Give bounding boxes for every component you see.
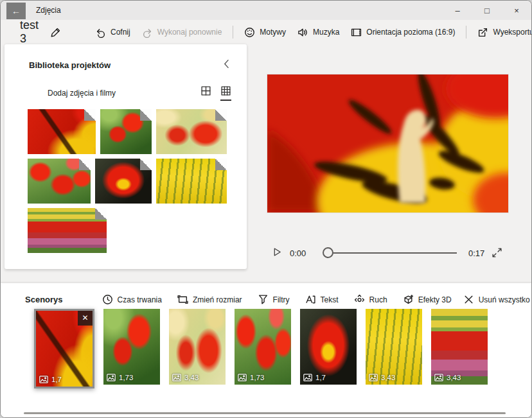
export-icon bbox=[477, 27, 488, 38]
clip-2[interactable]: 1,73 bbox=[103, 309, 160, 385]
resize-label: Zmień rozmiar bbox=[193, 295, 242, 304]
remove-all-label: Usuń wszystko bbox=[479, 295, 530, 304]
clip-duration: 3,43 bbox=[381, 374, 395, 381]
storyboard-header: Scenorys Czas trwania Zmień rozmiar Filt… bbox=[1, 283, 532, 308]
close-icon: × bbox=[514, 6, 519, 15]
library-header: Biblioteka projektów bbox=[4, 44, 247, 73]
filters-button[interactable]: Filtry bbox=[252, 291, 296, 308]
effects-3d-button[interactable]: Efekty 3D bbox=[397, 291, 457, 308]
pencil-icon bbox=[50, 27, 61, 38]
library-thumbnail-red-tulips-bokeh[interactable] bbox=[156, 109, 227, 154]
library-thumbnail-red-tulip-dark[interactable] bbox=[95, 159, 152, 204]
motion-button[interactable]: Ruch bbox=[348, 291, 393, 308]
library-thumbnail-red-tulip-cluster[interactable] bbox=[28, 159, 91, 204]
seek-thumb[interactable] bbox=[323, 247, 333, 258]
photo-icon bbox=[107, 374, 116, 381]
maximize-icon: □ bbox=[484, 6, 490, 15]
seek-bar[interactable] bbox=[324, 252, 457, 254]
library-thumbnail-yellow-field[interactable] bbox=[156, 159, 227, 204]
clip-3[interactable]: 3,43 bbox=[169, 309, 226, 385]
folded-corner-icon bbox=[215, 109, 227, 121]
effects-3d-label: Efekty 3D bbox=[418, 295, 452, 304]
toolbar: test 3 Cofnij Wykonaj ponownie Motywy Mu… bbox=[1, 20, 531, 44]
clip-5[interactable]: 1,7 bbox=[300, 309, 357, 385]
folded-corner-icon bbox=[140, 159, 152, 170]
large-grid-view-button[interactable] bbox=[200, 85, 211, 100]
play-icon bbox=[272, 247, 282, 257]
themes-button[interactable]: Motywy bbox=[238, 24, 292, 41]
photo-icon bbox=[303, 374, 312, 381]
fullscreen-button[interactable] bbox=[492, 247, 502, 260]
storyboard-title: Scenorys bbox=[25, 295, 63, 304]
text-icon bbox=[305, 294, 316, 305]
app-title: Zdjęcia bbox=[36, 6, 61, 15]
grid-large-icon bbox=[200, 85, 211, 96]
library-add-row: Dodaj zdjęcia i filmy bbox=[4, 73, 247, 100]
export-share-button[interactable]: Wyeksportuj lub udostępnij bbox=[472, 24, 532, 41]
clip-6[interactable]: 3,43 bbox=[366, 309, 422, 385]
small-grid-view-button[interactable] bbox=[220, 85, 231, 100]
minimize-button[interactable]: – bbox=[443, 1, 472, 20]
close-button[interactable]: × bbox=[502, 1, 531, 20]
play-button[interactable] bbox=[272, 247, 282, 259]
motion-icon bbox=[354, 294, 365, 305]
filter-icon bbox=[258, 294, 269, 305]
photos-app-window: ← Zdjęcia – □ × test 3 Cofnij Wykonaj po… bbox=[0, 0, 532, 418]
window-controls: – □ × bbox=[443, 1, 531, 20]
music-button[interactable]: Muzyka bbox=[292, 24, 345, 41]
duration-label: Czas trwania bbox=[118, 295, 162, 304]
toolbar-separator bbox=[233, 26, 233, 39]
clip-duration: 3,43 bbox=[447, 374, 461, 381]
library-thumbnail-multicolor-field[interactable] bbox=[28, 208, 107, 253]
clip-7[interactable]: 3,43 bbox=[431, 309, 488, 385]
library-title: Biblioteka projektów bbox=[29, 60, 111, 70]
orientation-label: Orientacja pozioma (16:9) bbox=[366, 28, 455, 37]
resize-button[interactable]: Zmień rozmiar bbox=[172, 291, 248, 308]
clip-duration: 3,43 bbox=[184, 374, 199, 381]
remove-clip-button[interactable]: ✕ bbox=[78, 311, 93, 326]
undo-button[interactable]: Cofnij bbox=[89, 24, 136, 41]
clip-duration-badge: 3,43 bbox=[369, 374, 395, 381]
clip-duration: 1,7 bbox=[51, 376, 62, 383]
resize-icon bbox=[177, 294, 188, 305]
clip-4[interactable]: 1,73 bbox=[235, 309, 291, 385]
horizontal-scrollbar[interactable] bbox=[24, 412, 506, 414]
back-button[interactable]: ← bbox=[6, 3, 26, 19]
close-icon: ✕ bbox=[82, 313, 88, 322]
rename-project-button[interactable] bbox=[46, 24, 65, 41]
video-preview[interactable] bbox=[267, 74, 508, 213]
plus-icon bbox=[29, 87, 40, 98]
toolbar-actions: Cofnij Wykonaj ponownie Motywy Muzyka Or… bbox=[89, 23, 532, 42]
motion-label: Ruch bbox=[369, 295, 387, 304]
text-label: Tekst bbox=[321, 295, 339, 304]
folded-corner-icon bbox=[215, 159, 227, 170]
maximize-button[interactable]: □ bbox=[472, 1, 502, 20]
library-thumbnail-tulip-macro[interactable] bbox=[28, 109, 96, 154]
remove-all-icon bbox=[463, 294, 474, 305]
library-thumbnail-grid bbox=[28, 109, 228, 253]
photo-icon bbox=[434, 374, 443, 381]
undo-icon bbox=[95, 27, 106, 38]
redo-button[interactable]: Wykonaj ponownie bbox=[136, 24, 228, 41]
grid-small-icon bbox=[220, 85, 231, 96]
folded-corner-icon bbox=[79, 159, 91, 170]
project-library-panel: Biblioteka projektów Dodaj zdjęcia i fil… bbox=[4, 44, 247, 269]
collapse-panel-button[interactable] bbox=[220, 57, 234, 73]
titlebar: ← Zdjęcia – □ × bbox=[1, 1, 531, 20]
add-photos-button[interactable]: Dodaj zdjęcia i filmy bbox=[29, 87, 116, 98]
storyboard-panel: Scenorys Czas trwania Zmień rozmiar Filt… bbox=[1, 283, 532, 418]
orientation-button[interactable]: Orientacja pozioma (16:9) bbox=[345, 24, 461, 41]
storyboard-clips: ✕ 1,7 1,73 3,43 bbox=[34, 309, 488, 388]
clip-duration-badge: 3,43 bbox=[172, 374, 199, 381]
speaker-icon bbox=[297, 27, 308, 38]
clip-1-selected[interactable]: ✕ 1,7 bbox=[34, 309, 94, 388]
back-arrow-icon: ← bbox=[12, 6, 21, 16]
duration-button[interactable]: Czas trwania bbox=[96, 291, 168, 308]
total-time: 0:17 bbox=[468, 248, 484, 258]
text-button[interactable]: Tekst bbox=[299, 291, 344, 308]
remove-all-button[interactable]: Usuń wszystko bbox=[457, 291, 532, 308]
clip-duration-badge: 1,73 bbox=[238, 374, 264, 381]
library-thumbnail-two-red-tulips[interactable] bbox=[100, 109, 152, 154]
clip-duration: 1,73 bbox=[119, 374, 133, 381]
clip-duration: 1,7 bbox=[315, 374, 326, 381]
